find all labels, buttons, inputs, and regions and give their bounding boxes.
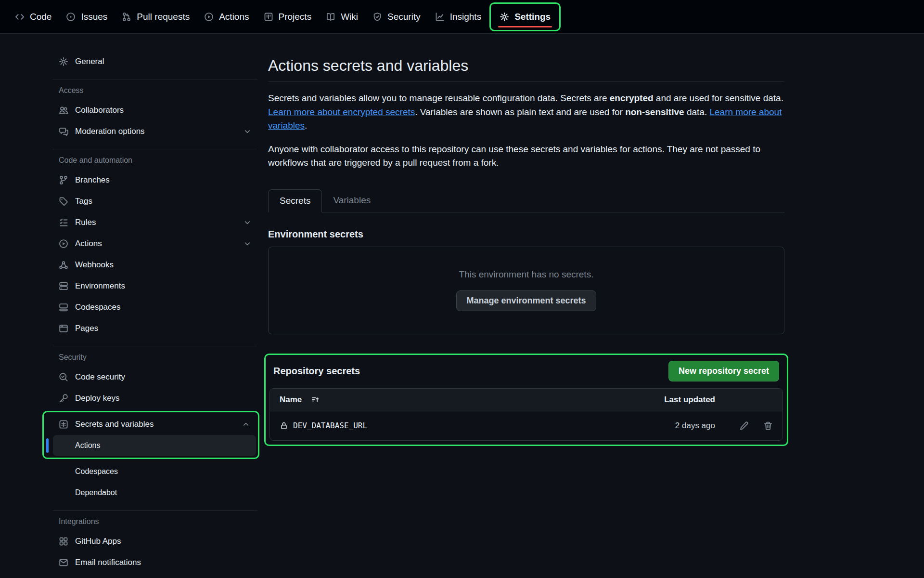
nav-tab-code[interactable]: Code <box>8 0 59 33</box>
lock-icon <box>280 421 288 430</box>
sidebar-item-secrets-and-variables[interactable]: Secrets and variables <box>53 414 256 435</box>
code-icon <box>15 12 25 22</box>
settings-sidebar: General Access Collaborators Moderation … <box>0 34 257 573</box>
sidebar-item-label: Actions <box>75 239 102 249</box>
project-table-icon <box>264 12 273 22</box>
sidebar-item-pages[interactable]: Pages <box>53 318 257 339</box>
git-branch-icon <box>59 175 68 185</box>
sidebar-item-deploy-keys[interactable]: Deploy keys <box>53 388 257 409</box>
intro-bold-non-sensitive: non-sensitive <box>625 107 684 117</box>
secret-table-row: DEV_DATABASE_URL 2 days ago <box>270 411 783 440</box>
issue-opened-icon <box>66 12 76 22</box>
sidebar-item-tags[interactable]: Tags <box>53 191 257 212</box>
annotation-box-repository-secrets: Repository secrets New repository secret… <box>264 354 788 446</box>
tag-icon <box>59 197 68 206</box>
sidebar-section-code-and-automation: Code and automation <box>53 156 257 165</box>
sidebar-subitem-codespaces[interactable]: Codespaces <box>53 461 257 482</box>
play-circle-icon <box>59 239 68 249</box>
nav-tab-wiki[interactable]: Wiki <box>319 0 365 33</box>
codescan-icon <box>59 372 68 382</box>
chevron-up-icon <box>242 420 250 429</box>
sidebar-item-label: Secrets and variables <box>75 420 154 429</box>
sidebar-item-general[interactable]: General <box>53 51 257 72</box>
sidebar-item-label: Dependabot <box>75 488 117 497</box>
intro-bold-encrypted: encrypted <box>610 93 654 103</box>
nav-tab-issues[interactable]: Issues <box>59 0 115 33</box>
nav-tab-pull-requests[interactable]: Pull requests <box>115 0 197 33</box>
pencil-edit-icon[interactable] <box>739 421 749 431</box>
nav-label: Issues <box>81 12 107 22</box>
sidebar-item-rules[interactable]: Rules <box>53 212 257 233</box>
sidebar-section-access: Access <box>53 86 257 95</box>
nav-label: Code <box>30 12 51 22</box>
secrets-variables-tabs: Secrets Variables <box>268 189 784 212</box>
sidebar-item-label: Branches <box>75 175 110 185</box>
secret-last-updated: 2 days ago <box>643 421 715 431</box>
tab-secrets[interactable]: Secrets <box>268 189 322 212</box>
nav-tab-security[interactable]: Security <box>365 0 428 33</box>
trash-delete-icon[interactable] <box>763 421 773 431</box>
play-circle-icon <box>204 12 214 22</box>
secret-name-cell: DEV_DATABASE_URL <box>280 421 643 430</box>
sidebar-subitem-actions[interactable]: Actions <box>53 435 256 456</box>
nav-tab-actions[interactable]: Actions <box>197 0 256 33</box>
tab-variables[interactable]: Variables <box>322 189 382 212</box>
nav-tab-projects[interactable]: Projects <box>257 0 319 33</box>
webhook-icon <box>59 260 68 270</box>
people-icon <box>59 105 68 115</box>
nav-label: Actions <box>219 12 249 22</box>
sidebar-item-webhooks[interactable]: Webhooks <box>53 254 257 276</box>
sidebar-item-label: Actions <box>75 441 100 450</box>
intro-text: . <box>305 120 307 131</box>
codespaces-icon <box>59 302 68 312</box>
sidebar-item-email-notifications[interactable]: Email notifications <box>53 552 257 573</box>
new-repository-secret-button[interactable]: New repository secret <box>668 361 779 381</box>
apps-grid-icon <box>59 537 68 546</box>
sidebar-divider <box>53 149 257 149</box>
nav-label: Pull requests <box>137 12 190 22</box>
sidebar-item-github-apps[interactable]: GitHub Apps <box>53 531 257 552</box>
settings-content: Actions secrets and variables Secrets an… <box>257 34 784 573</box>
nav-tab-settings[interactable]: Settings <box>492 4 558 30</box>
page-title: Actions secrets and variables <box>268 57 784 82</box>
sidebar-item-collaborators[interactable]: Collaborators <box>53 100 257 121</box>
sidebar-item-code-security[interactable]: Code security <box>53 367 257 388</box>
annotation-box-settings-tab: Settings <box>489 2 561 31</box>
name-column-header[interactable]: Name <box>280 395 643 405</box>
git-pull-request-icon <box>122 12 131 22</box>
sidebar-item-branches[interactable]: Branches <box>53 170 257 191</box>
nav-label: Projects <box>279 12 312 22</box>
sidebar-divider <box>53 346 257 346</box>
sidebar-item-label: Codespaces <box>75 467 118 476</box>
repository-secrets-table: Name Last updated DEV_DATABASE_URL 2 day… <box>270 388 783 441</box>
active-tab-underline <box>498 26 552 27</box>
repo-nav: Code Issues Pull requests Actions Projec… <box>0 0 924 34</box>
repository-secrets-header: Repository secrets New repository secret <box>273 361 779 381</box>
sidebar-subitem-dependabot[interactable]: Dependabot <box>53 482 257 503</box>
sidebar-item-label: Pages <box>75 324 98 333</box>
environment-secrets-box: This environment has no secrets. Manage … <box>268 247 784 334</box>
sidebar-item-label: General <box>75 57 104 66</box>
manage-environment-secrets-button[interactable]: Manage environment secrets <box>456 290 596 311</box>
intro-text: . Variables are shown as plain text and … <box>415 107 625 117</box>
environment-secrets-heading: Environment secrets <box>268 229 784 240</box>
shield-icon <box>372 12 382 22</box>
nav-label: Settings <box>514 12 551 22</box>
nav-tab-insights[interactable]: Insights <box>428 0 488 33</box>
table-header-row: Name Last updated <box>270 389 783 411</box>
sidebar-item-actions[interactable]: Actions <box>53 233 257 254</box>
sidebar-item-moderation-options[interactable]: Moderation options <box>53 121 257 142</box>
intro-paragraph: Secrets and variables allow you to manag… <box>268 92 784 133</box>
secret-row-actions <box>715 421 773 431</box>
graph-icon <box>435 12 445 22</box>
browser-icon <box>59 324 68 333</box>
repository-secrets-heading: Repository secrets <box>273 366 360 377</box>
sidebar-item-label: Deploy keys <box>75 394 120 403</box>
environment-secrets-empty-text: This environment has no secrets. <box>459 269 594 280</box>
learn-more-encrypted-secrets-link[interactable]: Learn more about encrypted secrets <box>268 107 415 117</box>
sidebar-item-label: Code security <box>75 372 125 382</box>
sort-ascending-icon <box>311 395 320 404</box>
sidebar-item-codespaces[interactable]: Codespaces <box>53 297 257 318</box>
intro-text: Secrets and variables allow you to manag… <box>268 93 610 103</box>
sidebar-item-environments[interactable]: Environments <box>53 276 257 297</box>
